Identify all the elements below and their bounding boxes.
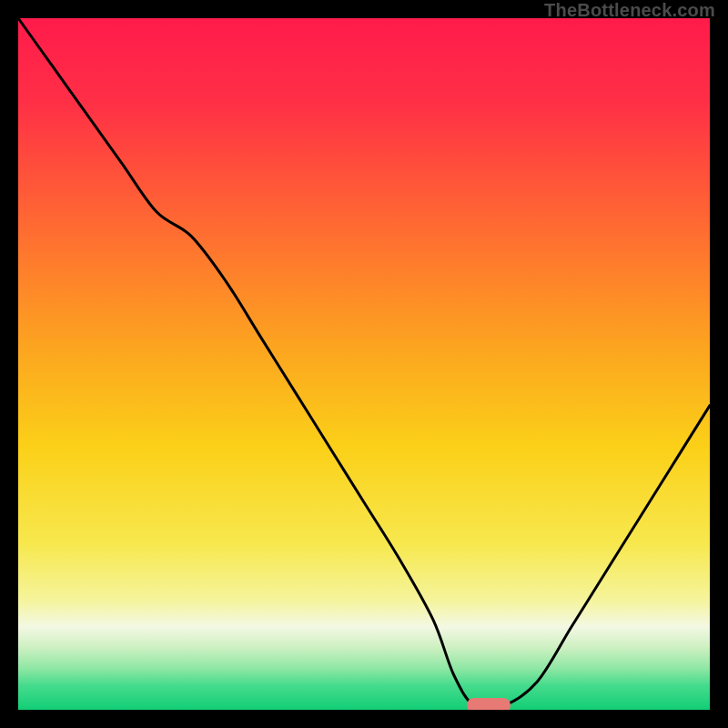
bottleneck-curve xyxy=(18,18,710,710)
curve-layer xyxy=(18,18,710,710)
plot-area xyxy=(18,18,710,710)
chart-frame: TheBottleneck.com xyxy=(0,0,728,728)
optimal-point-marker xyxy=(467,698,511,710)
